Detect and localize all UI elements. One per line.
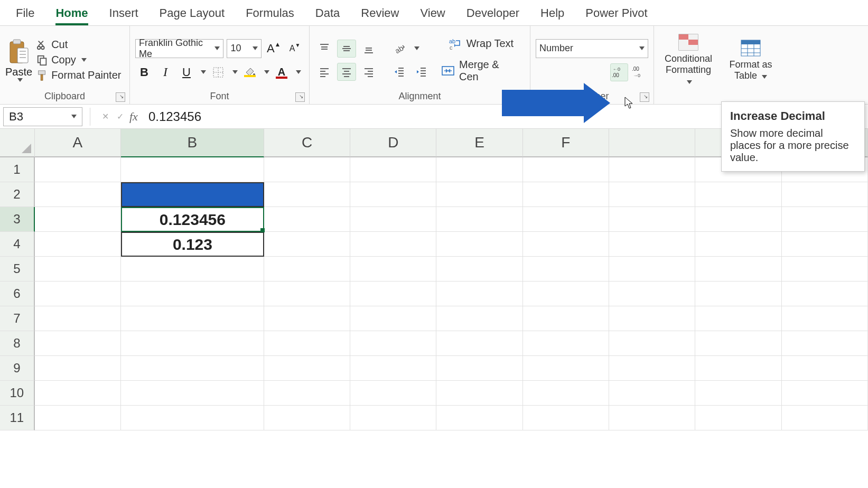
- conditional-formatting-button[interactable]: ConditionalFormatting: [659, 31, 717, 88]
- cell-i9[interactable]: [782, 356, 868, 381]
- cell-e1[interactable]: [436, 157, 522, 182]
- cell-h4[interactable]: [695, 232, 781, 257]
- tab-review[interactable]: Review: [350, 2, 409, 25]
- cell-a3[interactable]: [35, 207, 121, 232]
- cell-a4[interactable]: [35, 232, 121, 257]
- cell-e3[interactable]: [436, 207, 522, 232]
- increase-decimal-button[interactable]: ←0 .00: [610, 63, 628, 81]
- cell-b5[interactable]: [121, 257, 264, 281]
- cell-b8[interactable]: [121, 331, 264, 356]
- cell-f6[interactable]: [523, 281, 609, 306]
- format-painter-button[interactable]: Format Painter: [36, 69, 121, 81]
- orientation-button[interactable]: ab: [390, 40, 409, 58]
- tab-page-layout[interactable]: Page Layout: [149, 2, 236, 25]
- cell-e10[interactable]: [436, 381, 522, 406]
- cell-c8[interactable]: [264, 331, 350, 356]
- col-header-c[interactable]: C: [264, 129, 350, 157]
- cell-e11[interactable]: [436, 406, 522, 430]
- row-header-6[interactable]: 6: [0, 281, 35, 306]
- copy-dropdown-icon[interactable]: [81, 58, 87, 62]
- tab-insert[interactable]: Insert: [99, 2, 149, 25]
- cell-d4[interactable]: [350, 232, 436, 257]
- tab-view[interactable]: View: [409, 2, 455, 25]
- cell-c5[interactable]: [264, 257, 350, 281]
- merge-center-button[interactable]: Merge & Cen: [437, 57, 525, 85]
- col-header-b[interactable]: B: [121, 129, 264, 157]
- borders-button[interactable]: [209, 63, 227, 81]
- tab-file[interactable]: File: [5, 2, 45, 25]
- cell-f5[interactable]: [523, 257, 609, 281]
- cell-i8[interactable]: [782, 331, 868, 356]
- row-header-9[interactable]: 9: [0, 356, 35, 381]
- cell-b10[interactable]: [121, 381, 264, 406]
- cell-i2[interactable]: [782, 182, 868, 207]
- cell-d1[interactable]: [350, 157, 436, 182]
- tab-power-pivot[interactable]: Power Pivot: [575, 2, 658, 25]
- cell-a5[interactable]: [35, 257, 121, 281]
- cancel-formula-button[interactable]: ✕: [98, 109, 113, 124]
- fx-icon[interactable]: fx: [129, 110, 138, 124]
- cell-b2[interactable]: [121, 182, 264, 207]
- increase-indent-button[interactable]: [412, 63, 431, 81]
- cell-g1[interactable]: [609, 157, 695, 182]
- font-size-combo[interactable]: 10: [227, 39, 262, 58]
- cell-d8[interactable]: [350, 331, 436, 356]
- cell-f8[interactable]: [523, 331, 609, 356]
- row-header-4[interactable]: 4: [0, 232, 35, 257]
- cell-g11[interactable]: [609, 406, 695, 430]
- cell-g9[interactable]: [609, 356, 695, 381]
- cell-d6[interactable]: [350, 281, 436, 306]
- col-header-a[interactable]: A: [35, 129, 121, 157]
- cell-a7[interactable]: [35, 306, 121, 331]
- cell-d3[interactable]: [350, 207, 436, 232]
- align-right-button[interactable]: [359, 63, 378, 81]
- italic-button[interactable]: I: [156, 63, 174, 81]
- paste-label[interactable]: Paste: [5, 66, 32, 78]
- cell-b4[interactable]: 0.123: [121, 232, 264, 257]
- format-as-table-button[interactable]: Format asTable: [722, 37, 780, 83]
- cell-h2[interactable]: [695, 182, 781, 207]
- cell-c9[interactable]: [264, 356, 350, 381]
- align-center-button[interactable]: [337, 63, 356, 81]
- cell-b9[interactable]: [121, 356, 264, 381]
- align-bottom-button[interactable]: [359, 40, 378, 58]
- align-left-button[interactable]: [315, 63, 334, 81]
- cell-e7[interactable]: [436, 306, 522, 331]
- cell-g2[interactable]: [609, 182, 695, 207]
- col-header-e[interactable]: E: [436, 129, 522, 157]
- cell-f4[interactable]: [523, 232, 609, 257]
- cell-e2[interactable]: [436, 182, 522, 207]
- cell-c1[interactable]: [264, 157, 350, 182]
- bold-button[interactable]: B: [135, 63, 153, 81]
- tab-data[interactable]: Data: [305, 2, 350, 25]
- cell-d11[interactable]: [350, 406, 436, 430]
- cell-i5[interactable]: [782, 257, 868, 281]
- cell-e9[interactable]: [436, 356, 522, 381]
- enter-formula-button[interactable]: ✓: [113, 109, 127, 124]
- row-header-1[interactable]: 1: [0, 157, 35, 182]
- decrease-indent-button[interactable]: [390, 63, 409, 81]
- row-header-11[interactable]: 11: [0, 406, 35, 430]
- orientation-dropdown-icon[interactable]: [414, 46, 419, 50]
- cell-h10[interactable]: [695, 381, 781, 406]
- cell-b1[interactable]: [121, 157, 264, 182]
- col-header-d[interactable]: D: [350, 129, 436, 157]
- font-name-combo[interactable]: Franklin Gothic Me: [135, 39, 223, 58]
- row-header-8[interactable]: 8: [0, 331, 35, 356]
- cell-e8[interactable]: [436, 331, 522, 356]
- cell-b7[interactable]: [121, 306, 264, 331]
- copy-button[interactable]: Copy: [36, 54, 121, 66]
- tab-developer[interactable]: Developer: [456, 2, 530, 25]
- row-header-3[interactable]: 3: [0, 207, 35, 232]
- fill-color-button[interactable]: [241, 63, 259, 81]
- cell-h8[interactable]: [695, 331, 781, 356]
- cell-e5[interactable]: [436, 257, 522, 281]
- name-box[interactable]: B3: [3, 107, 82, 126]
- cell-c2[interactable]: [264, 182, 350, 207]
- cell-d5[interactable]: [350, 257, 436, 281]
- cell-a10[interactable]: [35, 381, 121, 406]
- cell-h6[interactable]: [695, 281, 781, 306]
- cell-a9[interactable]: [35, 356, 121, 381]
- cell-g4[interactable]: [609, 232, 695, 257]
- cell-c7[interactable]: [264, 306, 350, 331]
